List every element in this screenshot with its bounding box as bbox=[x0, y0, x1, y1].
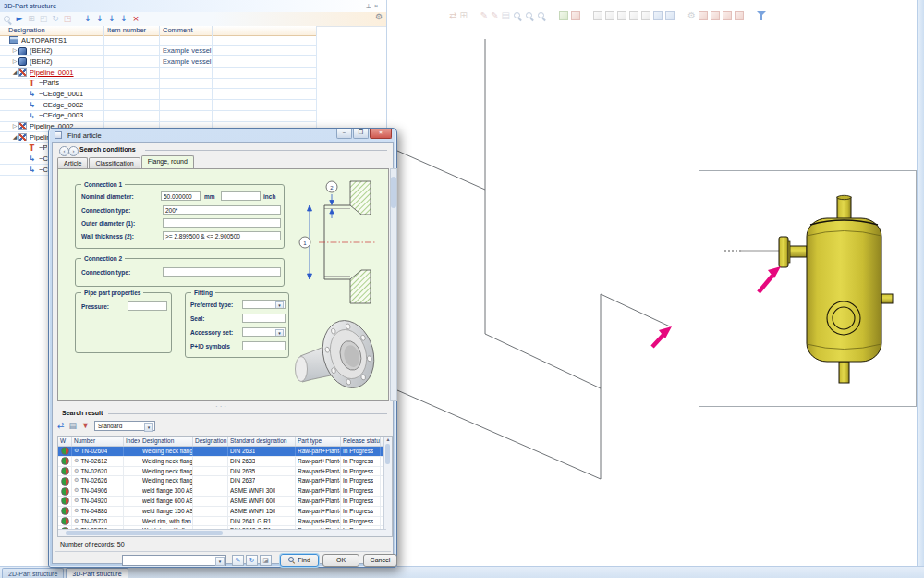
document-icon[interactable]: ▤ bbox=[502, 10, 510, 21]
swap-icon[interactable]: ⇄ bbox=[449, 10, 456, 21]
pressure-input[interactable] bbox=[128, 301, 167, 311]
chevron-down-icon[interactable]: ▾ bbox=[275, 329, 284, 337]
result-row[interactable]: ⚙TN-04920weld flange 600 ASMASME WNFI 60… bbox=[58, 497, 392, 507]
result-row[interactable]: ⚙TN-04886weld flange 150 ASMASME WNFI 15… bbox=[58, 507, 392, 517]
tree-row[interactable]: ▷(BEH2)Example vessel 2 bbox=[0, 46, 317, 57]
expander-icon[interactable]: ◢ bbox=[11, 68, 18, 78]
result-row[interactable]: ⚙TN-02612Welding neck flangDIN 2633Raw-p… bbox=[58, 457, 392, 467]
column-header-designation[interactable]: Designation bbox=[0, 26, 104, 35]
tree-item-label[interactable]: ~P bbox=[39, 143, 47, 154]
result-column-header[interactable]: Part type bbox=[296, 437, 341, 446]
zoom-3-icon[interactable] bbox=[537, 11, 546, 20]
result-column-header[interactable]: Index bbox=[124, 437, 140, 446]
tree-row[interactable]: AUTOPARTS1 bbox=[0, 35, 317, 46]
result-row[interactable]: ⚙TN-02626Welding neck flangDIN 2637Raw-p… bbox=[58, 476, 392, 486]
part-blue-2-icon[interactable] bbox=[665, 11, 675, 20]
result-column-header[interactable]: Designation bbox=[140, 437, 193, 446]
viewport-3d[interactable] bbox=[699, 170, 917, 407]
remove-sort-icon[interactable]: × bbox=[131, 14, 140, 24]
table-vertical-scrollbar[interactable]: ▲ bbox=[383, 437, 392, 536]
sort-icon-1[interactable]: ↓ bbox=[83, 14, 92, 24]
tab-2d-part-structure[interactable]: 2D-Part structure bbox=[2, 568, 64, 578]
connection2-type-input[interactable] bbox=[163, 267, 281, 277]
tree-item-label[interactable]: (BEH2) bbox=[30, 46, 53, 56]
zoom-2-icon[interactable] bbox=[525, 11, 534, 20]
pid-symbols-input[interactable] bbox=[242, 341, 286, 350]
wall-thickness-input[interactable]: >= 2.899500 & <= 2.900500 bbox=[163, 231, 281, 240]
outer-diameter-input[interactable] bbox=[163, 218, 281, 228]
chevron-down-icon[interactable]: ▾ bbox=[275, 301, 284, 309]
part-red-3-icon[interactable] bbox=[723, 11, 732, 20]
part-outline-4-icon[interactable] bbox=[629, 11, 638, 20]
collapse-icon[interactable]: ◳ bbox=[63, 14, 72, 24]
part-outline-1-icon[interactable] bbox=[593, 11, 602, 20]
chevron-down-icon[interactable]: ▾ bbox=[144, 423, 153, 432]
result-row[interactable]: ⚙TN-04906weld flange 300 ASMASME WNFI 30… bbox=[58, 486, 392, 497]
splitter-grip[interactable]: ··· bbox=[215, 402, 228, 411]
tree-item-label[interactable]: Pipeline_0001 bbox=[30, 68, 74, 78]
expander-icon[interactable]: ◢ bbox=[11, 132, 18, 142]
tree-item-label[interactable]: ~CEdge_0001 bbox=[39, 89, 83, 99]
result-column-header[interactable]: Standard designation bbox=[228, 437, 296, 446]
tree-row[interactable]: ◢Pipeline_0001 bbox=[0, 68, 317, 79]
expander-icon[interactable]: ▷ bbox=[11, 122, 18, 132]
refresh-button[interactable]: ↻ bbox=[246, 555, 258, 566]
tree-item-label[interactable]: (BEH2) bbox=[30, 56, 53, 67]
minimize-button[interactable]: − bbox=[336, 129, 352, 139]
pen-icon[interactable]: ✎ bbox=[480, 10, 488, 21]
refresh-icon[interactable]: ↻ bbox=[51, 14, 60, 24]
tab-3d-part-structure[interactable]: 3D-Part structure bbox=[66, 568, 128, 578]
expander-icon[interactable]: ▷ bbox=[11, 46, 18, 56]
tree-row[interactable]: ~CEdge_0002 bbox=[0, 100, 317, 111]
result-column-header[interactable]: W bbox=[58, 437, 72, 446]
tree-row[interactable]: ~CEdge_0001 bbox=[0, 89, 317, 100]
part-red-2-icon[interactable] bbox=[711, 11, 720, 20]
sort-icon-2[interactable]: ↓ bbox=[95, 14, 104, 24]
clear-button[interactable]: ◪ bbox=[260, 555, 272, 566]
column-header-item-number[interactable]: Item number bbox=[104, 26, 160, 35]
paste-icon[interactable]: ◰ bbox=[39, 14, 48, 24]
part-delete-icon[interactable] bbox=[571, 11, 580, 20]
tree-item-label[interactable]: ~CEdge_0003 bbox=[39, 111, 83, 121]
close-icon[interactable]: × bbox=[374, 3, 381, 9]
result-row[interactable]: ⚙TN-02604Welding neck flangDIN 2631Raw-p… bbox=[58, 447, 392, 457]
tab-article[interactable]: Article bbox=[57, 157, 88, 168]
standard-filter-select[interactable]: Standard ▾ bbox=[94, 421, 155, 431]
nominal-diameter-inch-input[interactable] bbox=[221, 191, 261, 201]
tree-item-label[interactable]: ~C bbox=[39, 154, 48, 165]
cancel-button[interactable]: Cancel bbox=[363, 554, 397, 567]
part-blue-1-icon[interactable] bbox=[653, 11, 663, 20]
zoom-icon[interactable] bbox=[513, 11, 522, 20]
pen-2-icon[interactable]: ✎ bbox=[491, 10, 498, 21]
search-part-icon[interactable] bbox=[3, 15, 12, 24]
edit-filter-button[interactable]: ✎ bbox=[232, 555, 244, 566]
result-column-header[interactable]: Designation bbox=[193, 437, 228, 446]
ok-button[interactable]: OK bbox=[322, 554, 359, 567]
select-arrow-icon[interactable]: ► bbox=[15, 14, 24, 24]
tree-item-label[interactable]: ~C bbox=[39, 165, 48, 175]
part-new-icon[interactable] bbox=[559, 11, 568, 20]
connection-type-input[interactable]: 200* bbox=[163, 205, 281, 215]
seal-input[interactable] bbox=[242, 314, 286, 323]
footer-combobox[interactable]: ▾ bbox=[122, 555, 226, 566]
clipboard-icon[interactable]: ⊞ bbox=[459, 10, 467, 21]
part-red-4-icon[interactable] bbox=[735, 11, 744, 20]
expander-icon[interactable]: ▷ bbox=[11, 56, 18, 67]
table-horizontal-scrollbar[interactable] bbox=[58, 529, 386, 536]
sort-icon-4[interactable]: ↓ bbox=[119, 14, 128, 24]
accessory-set-select[interactable]: ▾ bbox=[242, 327, 286, 337]
result-row[interactable]: ⚙TN-05720Weld rim, with flanDIN 2641 G R… bbox=[58, 517, 392, 527]
export-icon[interactable]: ▤ bbox=[69, 421, 78, 430]
refresh-results-icon[interactable]: ⇄ bbox=[57, 421, 65, 430]
chevron-down-icon[interactable]: ▾ bbox=[215, 557, 225, 566]
part-outline-3-icon[interactable] bbox=[617, 11, 626, 20]
result-column-header[interactable]: Release status bbox=[341, 437, 381, 446]
tab-flange-round[interactable]: Flange, round bbox=[141, 155, 194, 168]
copy-icon[interactable]: ⊞ bbox=[27, 14, 36, 24]
tree-item-label[interactable]: ~CEdge_0002 bbox=[39, 100, 83, 110]
part-red-1-icon[interactable] bbox=[699, 11, 708, 20]
tree-item-label[interactable]: ~Parts bbox=[39, 79, 59, 89]
result-column-header[interactable]: Number bbox=[72, 437, 124, 446]
find-button[interactable]: Find bbox=[280, 554, 319, 567]
part-settings-icon[interactable]: ⚙ bbox=[687, 10, 696, 21]
